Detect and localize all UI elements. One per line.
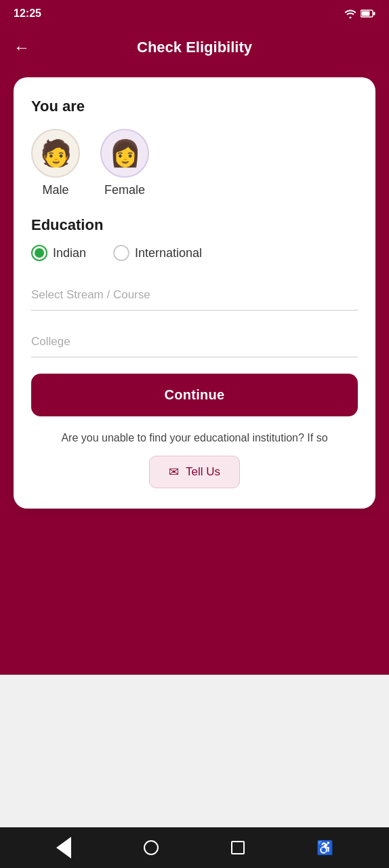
nav-recent-button[interactable]: [226, 835, 250, 860]
male-avatar: 🧑: [31, 129, 80, 178]
stream-course-input[interactable]: [31, 280, 358, 311]
tell-us-label: Tell Us: [186, 465, 220, 479]
svg-rect-1: [362, 12, 370, 16]
cant-find-text: Are you unable to find your educational …: [31, 430, 358, 446]
eligibility-card: You are 🧑 Male 👩 Female Education Indian: [14, 77, 375, 509]
female-label: Female: [104, 183, 145, 197]
status-icons: [344, 9, 375, 18]
nav-back-button[interactable]: [52, 835, 76, 860]
bottom-nav: ♿: [0, 827, 389, 868]
svg-rect-2: [373, 12, 375, 16]
indian-label: Indian: [53, 246, 86, 260]
mail-icon: ✉: [169, 465, 179, 479]
international-label: International: [135, 246, 202, 260]
header: ← Check Eligibility: [0, 27, 389, 77]
you-are-label: You are: [31, 98, 358, 115]
education-indian-option[interactable]: Indian: [31, 245, 86, 261]
gender-female-option[interactable]: 👩 Female: [100, 129, 149, 197]
nav-accessibility-button[interactable]: ♿: [313, 835, 337, 860]
wifi-icon: [344, 9, 356, 18]
page-title: Check Eligibility: [37, 39, 352, 56]
indian-radio-btn[interactable]: [31, 245, 47, 261]
education-label: Education: [31, 216, 358, 234]
tell-us-button[interactable]: ✉ Tell Us: [149, 456, 240, 488]
recent-nav-icon: [231, 841, 245, 854]
gender-row: 🧑 Male 👩 Female: [31, 129, 358, 197]
accessibility-nav-icon: ♿: [316, 840, 333, 856]
main-content: You are 🧑 Male 👩 Female Education Indian: [0, 77, 389, 675]
back-button[interactable]: ←: [14, 38, 30, 57]
background-filler: [0, 675, 389, 827]
education-international-option[interactable]: International: [113, 245, 202, 261]
battery-icon: [361, 9, 375, 18]
continue-button[interactable]: Continue: [31, 374, 358, 416]
home-nav-icon: [144, 840, 159, 855]
gender-male-option[interactable]: 🧑 Male: [31, 129, 80, 197]
female-avatar: 👩: [100, 129, 149, 178]
college-input[interactable]: [31, 327, 358, 357]
status-time: 12:25: [14, 7, 41, 20]
status-bar: 12:25: [0, 0, 389, 27]
nav-home-button[interactable]: [139, 835, 163, 860]
male-label: Male: [42, 183, 68, 197]
international-radio-btn[interactable]: [113, 245, 129, 261]
education-radio-row: Indian International: [31, 245, 358, 261]
back-nav-icon: [56, 837, 71, 859]
